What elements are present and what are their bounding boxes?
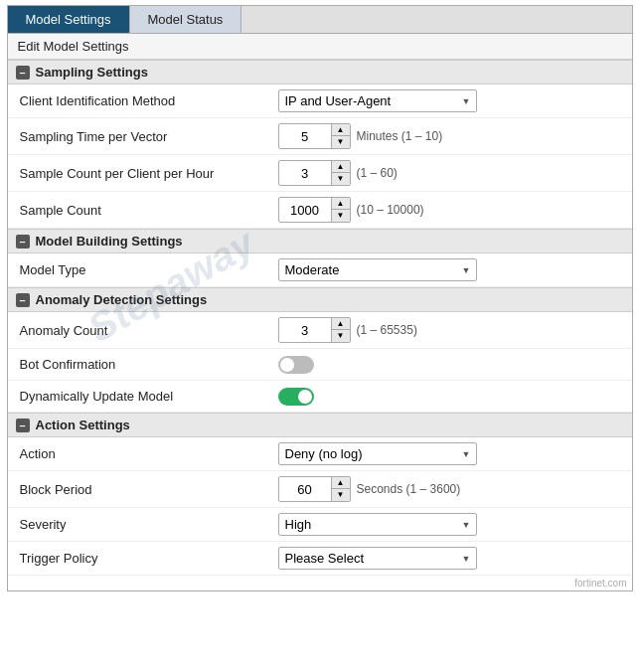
action-label: Action <box>20 446 278 461</box>
block-period-spinner: ▲ ▼ <box>278 476 351 502</box>
client-identification-label: Client Identification Method <box>20 93 278 108</box>
bot-confirmation-row: Bot Confirmation <box>8 349 632 381</box>
model-type-select[interactable]: Low Moderate High Custom <box>278 258 477 281</box>
tab-bar: Model Settings Model Status <box>8 6 632 34</box>
sample-count-client-label: Sample Count per Client per Hour <box>20 166 278 181</box>
block-period-row: Block Period ▲ ▼ Seconds (1 – 3600) <box>8 471 632 508</box>
sample-count-spinner: ▲ ▼ <box>278 197 351 223</box>
model-building-header: – Model Building Settings <box>8 229 632 253</box>
block-period-label: Block Period <box>20 482 278 497</box>
tab-model-settings[interactable]: Model Settings <box>8 6 130 33</box>
sample-count-row: Sample Count ▲ ▼ (10 – 10000) <box>8 192 632 229</box>
trigger-policy-row: Trigger Policy Please Select Policy 1 Po… <box>8 542 632 576</box>
block-period-control: ▲ ▼ Seconds (1 – 3600) <box>278 476 461 502</box>
anomaly-count-label: Anomaly Count <box>20 323 278 338</box>
bot-confirmation-slider <box>278 356 314 374</box>
bot-confirmation-toggle[interactable] <box>278 356 314 374</box>
sampling-time-down[interactable]: ▼ <box>332 136 350 148</box>
anomaly-count-hint: (1 – 65535) <box>357 323 417 337</box>
sampling-time-spinner: ▲ ▼ <box>278 123 351 149</box>
block-period-hint: Seconds (1 – 3600) <box>357 482 461 496</box>
sample-count-client-control: ▲ ▼ (1 – 60) <box>278 160 398 186</box>
model-type-control: Low Moderate High Custom <box>278 258 477 281</box>
client-identification-control: IP and User-Agent IP Only User-Agent Onl… <box>278 89 477 112</box>
sampling-time-label: Sampling Time per Vector <box>20 129 278 144</box>
edit-header: Edit Model Settings <box>8 34 632 60</box>
trigger-policy-control: Please Select Policy 1 Policy 2 <box>278 547 477 570</box>
client-identification-select[interactable]: IP and User-Agent IP Only User-Agent Onl… <box>278 89 477 112</box>
action-select-wrap: Deny (no log) Deny (with log) Allow Moni… <box>278 442 477 465</box>
anomaly-count-row: Anomaly Count ▲ ▼ (1 – 65535) <box>8 312 632 349</box>
action-settings-header: – Action Settings <box>8 413 632 437</box>
action-control: Deny (no log) Deny (with log) Allow Moni… <box>278 442 477 465</box>
action-select[interactable]: Deny (no log) Deny (with log) Allow Moni… <box>278 442 477 465</box>
dynamic-update-toggle[interactable] <box>278 388 314 406</box>
trigger-policy-label: Trigger Policy <box>20 551 278 566</box>
sample-count-client-spinner: ▲ ▼ <box>278 160 351 186</box>
dynamic-update-control <box>278 388 314 406</box>
severity-row: Severity Low Medium High Critical <box>8 508 632 542</box>
anomaly-count-down[interactable]: ▼ <box>332 330 350 342</box>
anomaly-count-input[interactable] <box>279 320 331 341</box>
model-type-label: Model Type <box>20 262 278 277</box>
severity-select[interactable]: Low Medium High Critical <box>278 513 477 536</box>
dynamic-update-row: Dynamically Update Model <box>8 381 632 413</box>
sample-count-client-input[interactable] <box>279 163 331 184</box>
sample-count-hint: (10 – 10000) <box>357 203 424 217</box>
sample-count-client-up[interactable]: ▲ <box>332 161 350 173</box>
bottom-note: fortinet.com <box>8 576 632 590</box>
collapse-icon-action[interactable]: – <box>16 419 30 432</box>
block-period-input[interactable] <box>279 479 331 500</box>
sampling-time-input[interactable] <box>279 126 331 147</box>
client-identification-select-wrap: IP and User-Agent IP Only User-Agent Onl… <box>278 89 477 112</box>
anomaly-count-spinner-btns: ▲ ▼ <box>331 318 350 342</box>
dynamic-update-slider <box>278 388 314 406</box>
collapse-icon-model-building[interactable]: – <box>16 235 30 249</box>
sample-count-up[interactable]: ▲ <box>332 198 350 210</box>
collapse-icon-sampling[interactable]: – <box>16 66 30 80</box>
model-type-select-wrap: Low Moderate High Custom <box>278 258 477 281</box>
severity-label: Severity <box>20 517 278 532</box>
block-period-up[interactable]: ▲ <box>332 477 350 489</box>
anomaly-detection-header: – Anomaly Detection Settings <box>8 287 632 312</box>
sampling-time-control: ▲ ▼ Minutes (1 – 10) <box>278 123 443 149</box>
action-row: Action Deny (no log) Deny (with log) All… <box>8 437 632 471</box>
sample-count-control: ▲ ▼ (10 – 10000) <box>278 197 424 223</box>
anomaly-count-control: ▲ ▼ (1 – 65535) <box>278 317 417 343</box>
sampling-time-hint: Minutes (1 – 10) <box>357 129 443 143</box>
sampling-time-row: Sampling Time per Vector ▲ ▼ Minutes (1 … <box>8 118 632 155</box>
dynamic-update-label: Dynamically Update Model <box>20 389 278 404</box>
model-settings-panel: Model Settings Model Status Edit Model S… <box>7 5 633 591</box>
sample-count-client-row: Sample Count per Client per Hour ▲ ▼ (1 … <box>8 155 632 192</box>
bot-confirmation-label: Bot Confirmation <box>20 357 278 372</box>
trigger-policy-select-wrap: Please Select Policy 1 Policy 2 <box>278 547 477 570</box>
model-type-row: Model Type Low Moderate High Custom <box>8 253 632 287</box>
bot-confirmation-control <box>278 356 314 374</box>
block-period-spinner-btns: ▲ ▼ <box>331 477 350 501</box>
trigger-policy-select[interactable]: Please Select Policy 1 Policy 2 <box>278 547 477 570</box>
sampling-settings-header: – Sampling Settings <box>8 60 632 84</box>
anomaly-count-spinner: ▲ ▼ <box>278 317 351 343</box>
sample-count-client-hint: (1 – 60) <box>357 166 398 180</box>
sampling-time-up[interactable]: ▲ <box>332 124 350 136</box>
sampling-time-spinner-btns: ▲ ▼ <box>331 124 350 148</box>
sample-count-client-spinner-btns: ▲ ▼ <box>331 161 350 185</box>
tab-model-status[interactable]: Model Status <box>130 6 242 33</box>
block-period-down[interactable]: ▼ <box>332 489 350 501</box>
sample-count-spinner-btns: ▲ ▼ <box>331 198 350 222</box>
severity-control: Low Medium High Critical <box>278 513 477 536</box>
collapse-icon-anomaly[interactable]: – <box>16 293 30 307</box>
sample-count-client-down[interactable]: ▼ <box>332 173 350 185</box>
anomaly-count-up[interactable]: ▲ <box>332 318 350 330</box>
sample-count-input[interactable] <box>279 200 331 221</box>
sample-count-down[interactable]: ▼ <box>332 210 350 222</box>
client-identification-row: Client Identification Method IP and User… <box>8 84 632 118</box>
severity-select-wrap: Low Medium High Critical <box>278 513 477 536</box>
sample-count-label: Sample Count <box>20 203 278 218</box>
